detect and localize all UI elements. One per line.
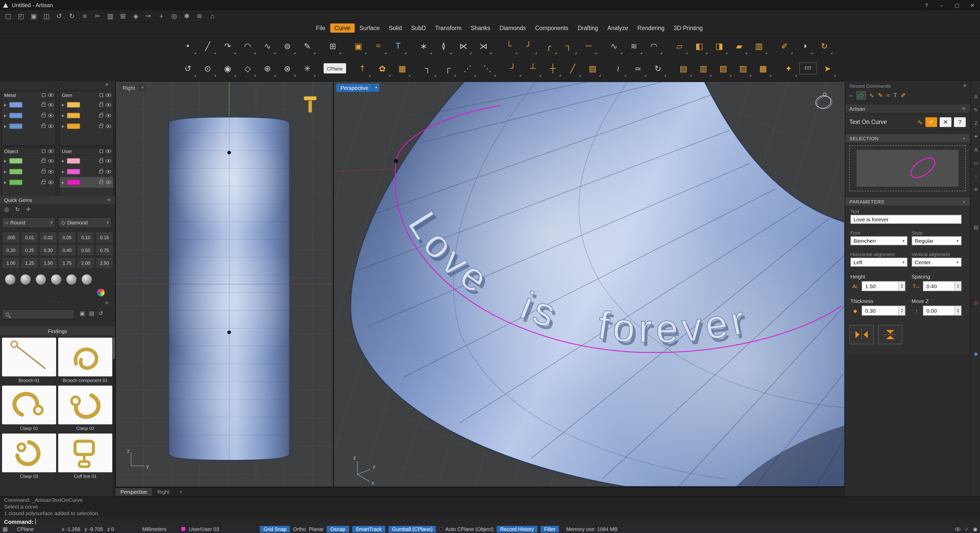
panel-tab-icon[interactable]: A [972,94,980,100]
layer-color-swatch[interactable] [10,102,23,108]
eye-icon[interactable] [106,181,111,184]
split-tool-icon[interactable]: ⋊ [474,37,493,55]
pin-icon[interactable] [100,149,103,153]
offset-curve-icon[interactable]: ◠ [645,37,663,55]
eye-icon[interactable] [106,149,111,153]
lock-icon[interactable] [41,114,45,117]
grid-tool-icon[interactable]: ⊞ [324,37,342,55]
play-icon[interactable]: ▶ [4,114,7,117]
lock-icon[interactable] [99,125,103,128]
gem-size-button[interactable]: 0.05 [58,232,76,243]
gem-size-button[interactable]: .005 [2,232,20,243]
tab-right[interactable]: Right [152,488,175,496]
gem-preview-sphere[interactable] [82,274,92,285]
gem-size-button[interactable]: 0.15 [96,232,113,243]
spinner-arrows[interactable]: ▴ ▾ [898,282,905,291]
right-viewport[interactable]: z y Right ▾ [115,81,333,487]
layer-row[interactable]: ▶ [2,100,56,110]
chamfer-tool-icon-1[interactable]: ┐ [418,59,437,78]
move-icon[interactable]: + [157,12,165,20]
curve-point[interactable] [394,159,398,163]
movez-stepper[interactable]: 0.00 ▴ ▾ [923,306,962,316]
layer-color-swatch[interactable] [67,124,80,129]
panel-tab-icon[interactable]: ◆ [972,351,980,357]
orient-tool-icon[interactable]: ↻ [649,59,667,78]
active-layer-swatch[interactable] [181,527,186,531]
folders-icon[interactable]: ▤ [89,310,94,317]
layer-row[interactable]: ▶ [2,166,56,177]
command-prompt[interactable]: Command: [0,518,980,525]
text-input[interactable]: Love is forever [850,215,962,224]
osnap-toggle[interactable]: Osnap [327,526,349,532]
gem-color-picker-icon[interactable] [97,289,105,296]
findings-scrollbar[interactable] [113,338,115,495]
findings-item[interactable]: Cuff link 01 [58,433,112,481]
reset-icon[interactable]: ↺ [99,310,103,317]
planar-toggle[interactable]: Planar [309,526,324,532]
play-icon[interactable]: ▶ [62,124,65,128]
text-command-icon[interactable]: T [894,92,897,99]
rebuild-curve-icon[interactable]: ∿ [605,37,623,55]
home-icon[interactable]: ⌂ [208,12,216,20]
menu-subd[interactable]: SubD [407,24,431,33]
trim-tool-icon[interactable]: ⋉ [454,37,473,55]
spiral-tool-icon[interactable]: ↺ [179,59,197,78]
menu-3d-printing[interactable]: 3D Printing [669,24,708,33]
fillet-tool-icon[interactable]: ∗ [414,37,433,55]
font-dropdown[interactable]: Bienchen ▾ [850,236,907,245]
lock-icon[interactable] [41,103,45,106]
panel-tab-icon[interactable]: ✳ [972,187,980,192]
layer-row[interactable]: ▶ [2,110,56,121]
surface-tool-icon-5[interactable]: ▥ [750,37,768,55]
smarttrack-toggle[interactable]: SmartTrack [352,526,385,532]
lock-icon[interactable] [99,114,103,117]
project-tool-icon[interactable]: ⊗ [278,59,297,78]
solid-tool-icon-1[interactable]: ▤ [674,59,693,78]
ring-tool-icon[interactable]: ◉ [218,59,237,78]
cross-tool-icon[interactable]: † [353,59,372,78]
check-icon[interactable]: ✓ [965,526,969,532]
gem-shape-dropdown[interactable]: ◇ Diamond ▾ [58,217,112,228]
help-icon[interactable]: ? [919,0,934,10]
panel-tab-icon[interactable]: ▤ [972,224,980,230]
play-icon[interactable]: ▶ [4,159,7,163]
eye-icon[interactable] [106,103,111,106]
print-icon[interactable]: ≡ [81,12,89,20]
blend-tool-icon[interactable]: ≬ [434,37,453,55]
eye-icon[interactable] [48,159,54,163]
layer-row-selected[interactable]: ▶ [60,177,113,188]
place-gem-icon[interactable]: ✛ [26,206,30,213]
mirror-horizontal-button[interactable] [850,325,874,344]
new-folder-icon[interactable]: ▣ [80,310,85,317]
menu-rendering[interactable]: Rendering [633,24,669,33]
cplane-dropdown[interactable]: CPlane [324,63,346,73]
recent-command-icon[interactable]: ✎ [878,92,883,99]
lock-icon[interactable] [41,170,45,173]
panel-grip[interactable]: · · · · ✳ [0,300,115,306]
spinner-arrows[interactable]: ▴ ▾ [955,282,961,291]
menu-file[interactable]: File [311,24,330,33]
gem-size-button[interactable]: 0.30 [40,244,57,256]
intersect-tool-icon[interactable]: ⊕ [258,59,277,78]
gear-icon[interactable]: ✳ [105,82,110,87]
parameters-section-header[interactable]: PARAMETERS ▲ [845,197,970,206]
rebuild-tool-icon[interactable]: ⋱ [478,59,496,78]
play-icon[interactable]: ▶ [4,170,7,174]
menu-components[interactable]: Components [531,24,573,33]
new-file-icon[interactable]: ▢ [4,12,12,20]
spacing-stepper[interactable]: 0.40 ▴ ▾ [923,281,962,291]
eye-icon[interactable] [106,170,111,173]
spin-down-icon[interactable]: ▾ [957,311,959,313]
solid-tool-icon-4[interactable]: ▨ [734,59,752,78]
gem-size-button[interactable]: 0.20 [2,244,20,256]
play-icon[interactable]: ▶ [62,103,65,107]
confirm-button[interactable]: ✓ [925,117,937,127]
gem-size-button[interactable]: 1.50 [40,257,57,269]
surface-tool-icon-3[interactable]: ◨ [710,37,729,55]
corner-tool-icon-2[interactable]: ╯ [520,37,538,55]
layer-row[interactable]: ▶ [60,100,113,110]
annotate-tool-icon[interactable]: ✐ [775,37,794,55]
filter-toggle[interactable]: Filter [541,526,559,532]
panel-grip[interactable]: · · · · ✳ [0,82,115,88]
target-icon[interactable]: ◎ [4,206,9,213]
